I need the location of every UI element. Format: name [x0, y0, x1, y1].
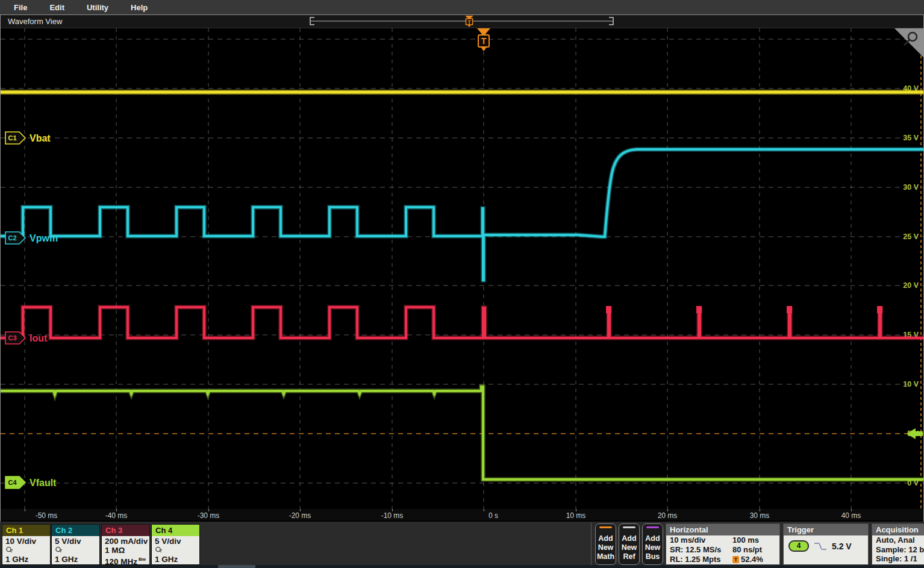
time-label: -10 ms — [381, 511, 404, 520]
acquisition-row: Auto, Anal — [872, 535, 924, 545]
channel-bandwidth: 1 GHz — [155, 555, 199, 564]
channel-badge-ch1[interactable]: Ch 110 V/div1 GHz — [2, 524, 51, 565]
time-label: -30 ms — [198, 511, 220, 520]
trace-spike-caps-iout — [606, 306, 882, 313]
horizontal-value-left: 10 ms/div — [666, 535, 732, 545]
acquisition-panel-title: Acquisition — [872, 524, 924, 535]
time-label: 20 ms — [658, 511, 678, 520]
time-label: -40 ms — [105, 511, 128, 520]
horizontal-row: RL: 1.25 MptsT52.4% — [666, 555, 779, 564]
button-accent — [646, 526, 659, 528]
channel-badge-body: 5 V/div1 GHz — [52, 536, 99, 564]
menu-bar: FileEditUtilityHelp — [0, 0, 924, 14]
time-label: 40 ms — [841, 511, 861, 520]
waveform-label-vfault: Vfault — [30, 478, 57, 488]
y-scale-label: 30 V — [903, 183, 919, 192]
horizontal-value-right: T52.4% — [732, 555, 763, 564]
channel-bandwidth: 1 GHz — [55, 555, 99, 564]
settings-separator — [591, 523, 592, 566]
channel-badge-body: 200 mA/div1 MΩ120 MHzBw — [102, 536, 149, 564]
channel-scale: 10 V/div — [5, 537, 50, 546]
channel-badge-ch3[interactable]: Ch 3200 mA/div1 MΩ120 MHzBw — [101, 524, 150, 565]
y-scale-label: 25 V — [903, 233, 919, 241]
menu-file[interactable]: File — [5, 3, 36, 12]
trace-vpwm[interactable] — [1, 149, 923, 280]
add-new-bus-button[interactable]: AddNewBus — [642, 523, 663, 565]
acquisition-panel[interactable]: Acquisition Auto, AnalSample: 12 bSingle… — [872, 523, 924, 565]
acquisition-row: Sample: 12 b — [872, 545, 924, 555]
record-overview-minimap[interactable]: T — [309, 15, 616, 28]
channel-badge-title: Ch 4 — [152, 525, 199, 536]
channel-impedance: 1 MΩ — [105, 546, 149, 555]
trigger-panel[interactable]: Trigger 4 5.2 V — [783, 523, 869, 565]
horizontal-row: SR: 12.5 MS/s80 ns/pt — [666, 545, 779, 555]
channel-probe-row — [155, 546, 199, 555]
channel-bandwidth: 1 GHz — [5, 555, 50, 564]
time-tick — [484, 509, 484, 511]
channel-bandwidth: 120 MHzBw — [105, 555, 149, 566]
add-new-math-button[interactable]: AddNewMath — [595, 523, 616, 565]
time-label: -50 ms — [36, 511, 58, 520]
trace-glow-vpwm — [1, 149, 923, 280]
menu-utility[interactable]: Utility — [78, 3, 117, 12]
channel-probe-row — [55, 546, 99, 555]
bw-limit-tag: Bw — [139, 557, 146, 562]
channel-handle-c4[interactable]: C4 — [5, 476, 25, 488]
acquisition-row: Single: 1 /1 — [872, 554, 924, 564]
trace-glow-vfault — [1, 387, 923, 479]
horizontal-panel-title: Horizontal — [666, 524, 779, 535]
trace-glow-iout — [1, 307, 923, 338]
y-scale-label: 10 V — [903, 380, 919, 389]
trigger-position-marker[interactable]: T — [477, 28, 490, 51]
channel-scale: 5 V/div — [55, 537, 99, 546]
waveform-label-iout: Iout — [30, 333, 48, 343]
channel-scale: 5 V/div — [155, 537, 199, 546]
minimap-trigger-marker[interactable]: T — [465, 16, 473, 27]
falling-edge-icon — [813, 541, 828, 551]
scroll-thumb[interactable] — [218, 565, 255, 568]
y-scale-label: 20 V — [903, 281, 919, 290]
menu-edit[interactable]: Edit — [41, 3, 73, 12]
time-tick — [25, 509, 25, 511]
svg-text:C4: C4 — [8, 479, 17, 486]
svg-text:C1: C1 — [8, 134, 16, 142]
probe-icon — [5, 546, 13, 553]
probe-icon — [55, 546, 63, 553]
time-label: -20 ms — [289, 511, 311, 520]
waveform-view: Waveform View T 40 V35 V30 V25 V20 V15 V… — [0, 14, 924, 522]
svg-text:C2: C2 — [8, 234, 16, 242]
time-label: 0 s — [489, 511, 498, 520]
svg-text:T: T — [481, 36, 487, 46]
channel-badge-ch4[interactable]: Ch 45 V/div1 GHz — [151, 524, 200, 565]
waveform-label-vbat: Vbat — [30, 133, 51, 143]
time-axis: -50 ms-40 ms-30 ms-20 ms-10 ms0 s10 ms20… — [1, 509, 923, 520]
waveform-plot: 40 V35 V30 V25 V20 V15 V10 V5 V0 VC1Vbat… — [1, 28, 923, 509]
channel-handle-c1[interactable]: C1 — [5, 132, 25, 144]
horizontal-panel[interactable]: Horizontal 10 ms/div100 msSR: 12.5 MS/s8… — [666, 523, 780, 565]
y-scale-label: 35 V — [903, 134, 919, 142]
settings-bar: Horizontal 10 ms/div100 msSR: 12.5 MS/s8… — [0, 522, 924, 568]
trigger-source-badge: 4 — [788, 540, 809, 552]
channel-badge-body: 5 V/div1 GHz — [152, 536, 199, 564]
button-accent — [599, 526, 612, 528]
horizontal-value-right: 100 ms — [732, 535, 759, 545]
waveform-view-titlebar: Waveform View T — [1, 15, 923, 28]
graticule: 40 V35 V30 V25 V20 V15 V10 V5 V0 VC1Vbat… — [1, 28, 923, 509]
waveform-view-title: Waveform View — [8, 17, 62, 26]
probe-icon — [155, 546, 163, 553]
time-label: 30 ms — [750, 511, 770, 520]
trigger-panel-title: Trigger — [784, 524, 868, 535]
add-new-ref-button[interactable]: AddNewRef — [619, 523, 640, 565]
channel-scale: 200 mA/div — [105, 537, 149, 546]
draw-zoom-corner-button[interactable] — [894, 28, 923, 57]
channel-badge-title: Ch 2 — [52, 525, 99, 536]
channel-badge-ch2[interactable]: Ch 25 V/div1 GHz — [51, 524, 100, 565]
trigger-level: 5.2 V — [832, 541, 852, 551]
trace-vfault[interactable] — [1, 387, 923, 479]
time-label: 10 ms — [566, 511, 586, 520]
menu-help[interactable]: Help — [122, 3, 156, 12]
waveform-label-vpwm: Vpwm — [30, 233, 58, 243]
horizontal-value-left: RL: 1.25 Mpts — [666, 555, 732, 564]
trace-iout[interactable] — [1, 307, 923, 338]
channel-badge-title: Ch 3 — [102, 525, 149, 536]
